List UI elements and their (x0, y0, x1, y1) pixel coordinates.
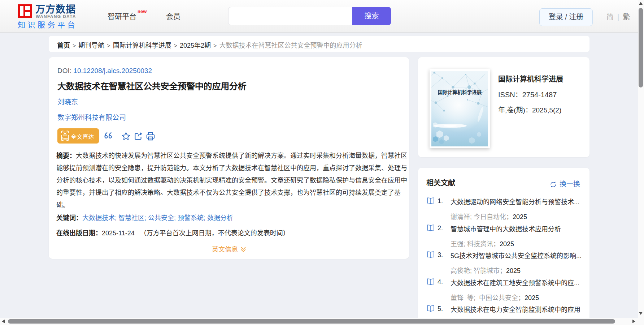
svg-text:free: free (62, 136, 68, 140)
